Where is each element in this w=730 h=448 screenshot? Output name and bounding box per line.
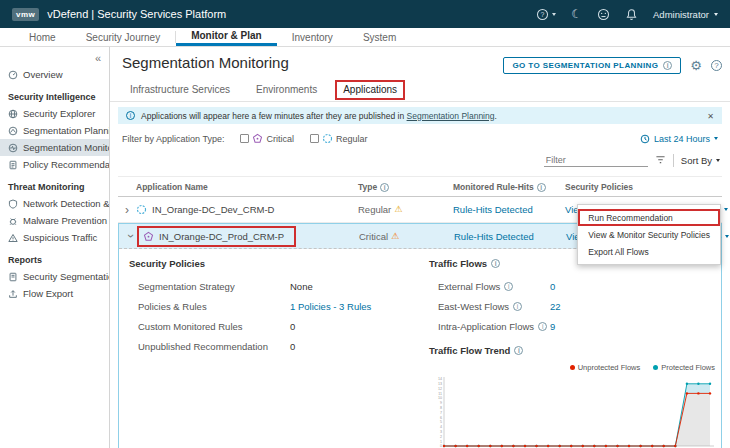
regular-checkbox[interactable] bbox=[310, 134, 319, 143]
svg-text:9: 9 bbox=[440, 401, 442, 405]
sort-by-dropdown[interactable]: Sort By bbox=[681, 155, 720, 166]
rule-hits-link[interactable]: Rule-Hits Detected bbox=[453, 204, 565, 215]
nav-item-inventory[interactable]: Inventory bbox=[277, 28, 348, 46]
info-icon bbox=[663, 61, 672, 70]
security-policies-block: Security Policies Segmentation Strategy … bbox=[129, 258, 429, 448]
svg-text:?: ? bbox=[541, 10, 545, 17]
notifications-button[interactable] bbox=[625, 8, 638, 21]
sidebar-item-policy-recommendations[interactable]: Policy Recommendations bbox=[0, 156, 109, 173]
intra-application-flows-value[interactable]: 9 bbox=[550, 321, 715, 332]
alert-triangle-icon bbox=[8, 233, 18, 243]
svg-text:14: 14 bbox=[438, 377, 442, 381]
sidebar-item-malware-prevention[interactable]: Malware Prevention bbox=[0, 212, 109, 229]
application-type: Critical bbox=[359, 231, 454, 242]
tab-applications[interactable]: Applications bbox=[335, 80, 405, 100]
tab-infrastructure-services[interactable]: Infrastructure Services bbox=[122, 81, 238, 101]
chevron-down-icon bbox=[552, 13, 556, 16]
kv-row: Custom Monitored Rules 0 bbox=[129, 316, 429, 336]
col-application-name: Application Name bbox=[136, 182, 358, 192]
info-icon[interactable] bbox=[491, 259, 500, 268]
info-icon[interactable] bbox=[513, 302, 522, 311]
chart-legend: Unprotected Flows Protected Flows bbox=[429, 363, 715, 372]
filter-option-regular: Regular bbox=[310, 133, 368, 144]
collapse-chevron-icon[interactable] bbox=[124, 230, 138, 243]
chevron-down-icon bbox=[714, 13, 718, 16]
sidebar-item-flow-export[interactable]: Flow Export bbox=[0, 285, 109, 302]
sidebar-item-security-explorer[interactable]: Security Explorer bbox=[0, 105, 109, 122]
kv-row: Unpublished Recommendation 0 bbox=[129, 336, 429, 356]
tab-environments[interactable]: Environments bbox=[248, 81, 325, 101]
main-content: Segmentation Monitoring GO TO SEGMENTATI… bbox=[110, 47, 730, 448]
rule-hits-link[interactable]: Rule-Hits Detected bbox=[454, 231, 566, 242]
svg-text:3: 3 bbox=[440, 430, 442, 434]
help-menu-button[interactable]: ? bbox=[536, 8, 556, 21]
export-icon bbox=[8, 289, 18, 299]
traffic-flows-block: Traffic Flows External Flows 0 East-West… bbox=[429, 258, 717, 448]
menu-item-view-monitor-security-policies[interactable]: View & Monitor Security Policies bbox=[578, 226, 720, 243]
info-icon[interactable] bbox=[538, 322, 547, 331]
info-icon bbox=[126, 111, 135, 120]
svg-text:0: 0 bbox=[440, 444, 442, 448]
expand-chevron-icon[interactable] bbox=[118, 203, 136, 217]
col-security-policies: Security Policies bbox=[565, 182, 680, 192]
sidebar-item-overview[interactable]: Overview bbox=[0, 66, 109, 83]
go-to-segmentation-planning-button[interactable]: GO TO SEGMENTATION PLANNING bbox=[503, 57, 681, 74]
col-monitored-rule-hits: Monitored Rule-Hits bbox=[453, 182, 565, 192]
sidebar-item-network-detection[interactable]: Network Detection & Res... bbox=[0, 195, 109, 212]
menu-item-export-all-flows[interactable]: Export All Flows bbox=[578, 243, 720, 260]
filter-funnel-icon[interactable] bbox=[655, 151, 666, 169]
chevron-down-icon bbox=[724, 208, 728, 211]
sidebar-item-security-segmentation-report[interactable]: Security Segmentation R... bbox=[0, 268, 109, 285]
security-policies-title: Security Policies bbox=[129, 258, 429, 269]
legend-dot-red bbox=[570, 365, 575, 370]
warning-icon bbox=[391, 232, 399, 241]
divider bbox=[673, 154, 674, 167]
filter-row: Filter by Application Type: Critical Reg… bbox=[110, 124, 730, 144]
nav-item-monitor-plan[interactable]: Monitor & Plan bbox=[176, 28, 277, 46]
close-icon[interactable] bbox=[707, 111, 714, 121]
dark-mode-toggle-icon[interactable] bbox=[571, 7, 582, 21]
nav-item-home[interactable]: Home bbox=[14, 28, 71, 46]
nav-item-system[interactable]: System bbox=[348, 28, 411, 46]
sidebar-collapse-icon[interactable] bbox=[0, 47, 109, 66]
time-range-dropdown[interactable]: Last 24 Hours bbox=[640, 134, 718, 144]
user-name: Administrator bbox=[653, 9, 709, 20]
user-menu[interactable]: Administrator bbox=[653, 9, 718, 20]
primary-nav: Home Security Journey Monitor & Plan Inv… bbox=[0, 28, 730, 47]
kv-row: Policies & Rules 1 Policies - 3 Rules bbox=[129, 296, 429, 316]
menu-item-run-recommendation[interactable]: Run Recommendation bbox=[578, 209, 720, 226]
sidebar-item-suspicious-traffic[interactable]: Suspicious Traffic bbox=[0, 229, 109, 246]
sidebar-item-segmentation-planning[interactable]: Segmentation Planning bbox=[0, 122, 109, 139]
info-icon[interactable] bbox=[537, 183, 546, 192]
header-actions: ? Administrator bbox=[536, 7, 718, 21]
sidebar-section-threat-monitoring: Threat Monitoring bbox=[0, 173, 109, 195]
kv-row: East-West Flows 22 bbox=[429, 296, 715, 316]
feedback-button[interactable] bbox=[597, 8, 610, 21]
svg-text:4: 4 bbox=[440, 425, 442, 429]
kv-row: External Flows 0 bbox=[429, 276, 715, 296]
top-header-bar: vmw vDefend | Security Services Platform… bbox=[0, 0, 730, 28]
info-icon[interactable] bbox=[380, 183, 389, 192]
filter-input[interactable] bbox=[544, 154, 648, 167]
info-icon[interactable] bbox=[504, 282, 513, 291]
policies-rules-link[interactable]: 1 Policies - 3 Rules bbox=[290, 301, 429, 312]
regular-app-icon bbox=[136, 204, 147, 215]
chevron-down-icon bbox=[725, 235, 729, 238]
warning-icon bbox=[394, 205, 402, 214]
tab-bar: Infrastructure Services Environments App… bbox=[110, 74, 730, 102]
nav-item-security-journey[interactable]: Security Journey bbox=[71, 28, 175, 46]
help-icon[interactable] bbox=[711, 60, 722, 71]
svg-text:11: 11 bbox=[438, 392, 442, 396]
gauge-icon bbox=[8, 70, 18, 80]
bell-icon bbox=[625, 8, 638, 21]
col-type: Type bbox=[358, 182, 453, 192]
external-flows-value[interactable]: 0 bbox=[550, 281, 715, 292]
east-west-flows-value[interactable]: 22 bbox=[550, 301, 715, 312]
legend-protected-flows: Protected Flows bbox=[653, 363, 715, 372]
critical-checkbox[interactable] bbox=[240, 134, 249, 143]
sidebar-item-segmentation-monitoring[interactable]: Segmentation Monitoring bbox=[0, 139, 109, 156]
info-icon[interactable] bbox=[514, 346, 523, 355]
globe-icon bbox=[8, 109, 18, 119]
segmentation-planning-link[interactable]: Segmentation Planning bbox=[407, 111, 495, 121]
gear-icon[interactable] bbox=[690, 56, 702, 74]
